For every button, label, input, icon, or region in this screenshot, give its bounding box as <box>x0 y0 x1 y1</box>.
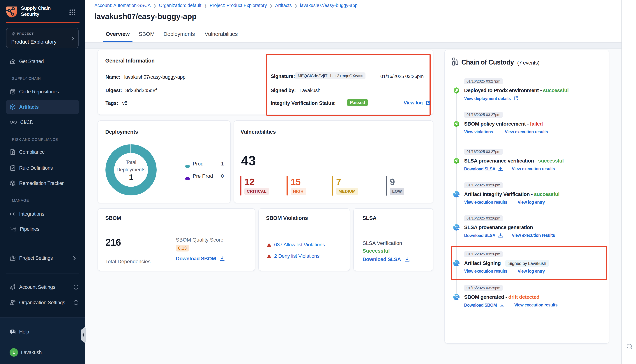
svg-text:?: ? <box>12 330 13 333</box>
